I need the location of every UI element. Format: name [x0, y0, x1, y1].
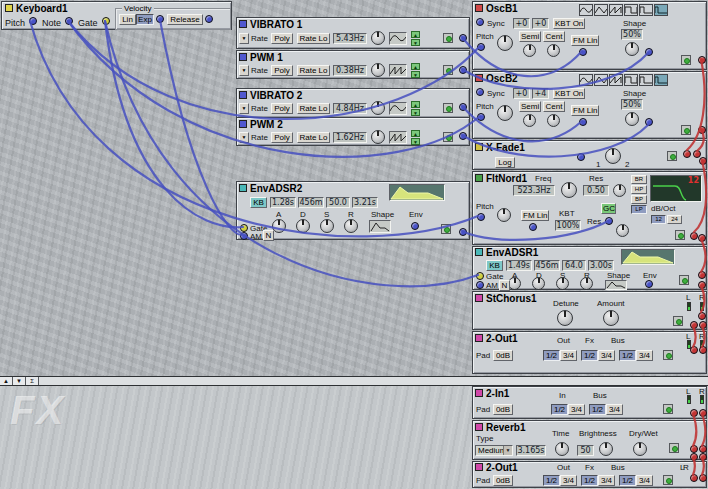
- power-button[interactable]: [681, 55, 691, 65]
- module-2out1-fx[interactable]: 2-Out1 Out Fx Bus Pad 0dB 1/2 3/4 1/2 3/…: [472, 461, 707, 488]
- saw-wave-button[interactable]: [609, 4, 623, 16]
- fx-12-button[interactable]: 1/2: [581, 475, 598, 486]
- detune-knob[interactable]: [557, 310, 573, 326]
- velocity-output-connector[interactable]: [156, 15, 164, 23]
- rate-range-button[interactable]: Rate Lo: [297, 103, 330, 114]
- attack-knob[interactable]: [272, 219, 286, 233]
- right-input-connector[interactable]: [699, 445, 707, 453]
- rate-knob[interactable]: [371, 101, 385, 115]
- freq-display[interactable]: 523.3Hz: [513, 185, 555, 196]
- time-knob[interactable]: [555, 442, 569, 456]
- attack-display[interactable]: 1.28s: [270, 197, 296, 208]
- square-wave-button[interactable]: [624, 4, 638, 16]
- fx-34-button[interactable]: 3/4: [598, 475, 615, 486]
- kb-track-button[interactable]: KB: [486, 260, 503, 271]
- cent-display[interactable]: +4: [532, 88, 549, 99]
- cent-button[interactable]: Cent: [543, 31, 565, 42]
- waveform-dropdown[interactable]: ▼: [239, 103, 249, 114]
- amount-knob[interactable]: [603, 310, 619, 326]
- semi-button[interactable]: Semi: [519, 101, 541, 112]
- power-button[interactable]: [443, 103, 453, 113]
- out-12-button[interactable]: 1/2: [543, 475, 560, 486]
- selected-wave-button[interactable]: [654, 74, 668, 86]
- fm-mode-button[interactable]: FM Lin: [521, 210, 549, 221]
- normal-invert-button[interactable]: N: [499, 280, 510, 291]
- mix-knob[interactable]: [605, 148, 621, 164]
- range-down-button[interactable]: ▼: [411, 39, 420, 46]
- gate-output-connector[interactable]: [102, 17, 110, 25]
- power-button[interactable]: [675, 230, 685, 240]
- lfo-output-connector[interactable]: [459, 132, 467, 140]
- fm-mode-button[interactable]: FM Lin: [571, 35, 599, 46]
- release-display[interactable]: 3.21s: [352, 197, 378, 208]
- module-2in1-fx[interactable]: 2-In1 In Bus Pad 0dB 1/2 3/4 1/2 3/4 L R: [472, 386, 707, 419]
- rate-display[interactable]: 0.38Hz: [333, 65, 367, 76]
- power-button[interactable]: [441, 224, 451, 234]
- pad-button[interactable]: 0dB: [493, 404, 513, 415]
- module-envadsr2[interactable]: EnvADSR2 KB 1.28s 456m 50.0 3.21s A D S …: [236, 181, 470, 240]
- fm-input-connector[interactable]: [579, 48, 587, 56]
- poly-button[interactable]: Poly: [271, 33, 293, 44]
- sustain-knob[interactable]: [320, 219, 334, 233]
- bus-34-button[interactable]: 3/4: [606, 404, 623, 415]
- right-output-connector[interactable]: [699, 409, 707, 417]
- sustain-display[interactable]: 64.0: [562, 260, 586, 271]
- velocity-lin-button[interactable]: Lin: [119, 14, 136, 25]
- right-input-connector[interactable]: [699, 346, 707, 354]
- gain-compensation-button[interactable]: GC: [601, 203, 616, 214]
- pulse-wave-button[interactable]: [639, 4, 653, 16]
- power-button[interactable]: [673, 316, 683, 326]
- shape-display[interactable]: 50%: [621, 99, 643, 110]
- lfo-output-connector[interactable]: [459, 34, 467, 42]
- fm-input-connector[interactable]: [529, 223, 537, 231]
- slope-24-button[interactable]: 24: [667, 215, 682, 224]
- gate-input-connector[interactable]: [240, 224, 248, 232]
- filter-type-br-button[interactable]: BR: [631, 175, 647, 184]
- module-vibrato2[interactable]: VIBRATO 2 ▼ Rate Poly Rate Lo 4.84Hz ▲ ▼: [236, 88, 470, 118]
- rate-display[interactable]: 1.62Hz: [333, 132, 367, 143]
- power-button[interactable]: [681, 125, 691, 135]
- out-34-button[interactable]: 3/4: [560, 350, 577, 361]
- right-output-connector[interactable]: [699, 321, 707, 329]
- res-knob[interactable]: [613, 184, 626, 197]
- rate-knob[interactable]: [371, 63, 385, 77]
- power-button[interactable]: [443, 33, 453, 43]
- semi-display[interactable]: +0: [513, 88, 530, 99]
- gate-input-connector[interactable]: [476, 272, 484, 280]
- rate-range-button[interactable]: Rate Lo: [297, 33, 330, 44]
- res-display[interactable]: 0.50: [583, 185, 609, 196]
- expand-down-button[interactable]: ▼: [13, 377, 26, 385]
- pad-button[interactable]: 0dB: [493, 350, 513, 361]
- sum-button[interactable]: Σ: [26, 377, 39, 385]
- chorus-input-connector[interactable]: [698, 312, 706, 320]
- cent-display[interactable]: +0: [532, 18, 549, 29]
- semi-display[interactable]: +0: [513, 18, 530, 29]
- pad-button[interactable]: 0dB: [493, 475, 513, 486]
- range-up-button[interactable]: ▲: [411, 31, 420, 38]
- out-12-button[interactable]: 1/2: [543, 350, 560, 361]
- pitch-knob[interactable]: [497, 105, 513, 121]
- env-mod-connector[interactable]: [645, 280, 653, 288]
- rate-display[interactable]: 5.43Hz: [333, 33, 367, 44]
- module-oscb1[interactable]: OscB1 Sync +0 +0 KBT On Shape Pitch Semi…: [472, 1, 707, 70]
- rate-knob[interactable]: [371, 130, 385, 144]
- filter-output-connector[interactable]: [698, 234, 706, 242]
- shape-mod-connector[interactable]: [645, 118, 653, 126]
- selected-wave-button[interactable]: [654, 4, 668, 16]
- module-keyboard1[interactable]: Keyboard1 Pitch Note Gate Velocity Lin E…: [1, 1, 232, 30]
- velocity-exp-button[interactable]: Exp: [136, 14, 154, 25]
- reverb-type-select[interactable]: Medium▼: [475, 445, 513, 456]
- shape-display[interactable]: 50%: [621, 29, 643, 40]
- left-input-connector[interactable]: [690, 346, 698, 354]
- kbt-button[interactable]: KBT On: [553, 88, 585, 99]
- module-oscb2[interactable]: OscB2 Sync +0 +4 KBT On Shape Pitch Semi…: [472, 71, 707, 139]
- pulse-wave-button[interactable]: [639, 74, 653, 86]
- out-34-button[interactable]: 3/4: [560, 475, 577, 486]
- left-input-connector[interactable]: [690, 445, 698, 453]
- left-output-connector[interactable]: [690, 453, 698, 461]
- decay-display[interactable]: 456m: [534, 260, 560, 271]
- filter-type-lp-button[interactable]: LP: [631, 205, 647, 214]
- right-output-connector[interactable]: [699, 453, 707, 461]
- range-up-button[interactable]: ▲: [411, 63, 420, 70]
- kbt-display[interactable]: 100%: [555, 220, 581, 231]
